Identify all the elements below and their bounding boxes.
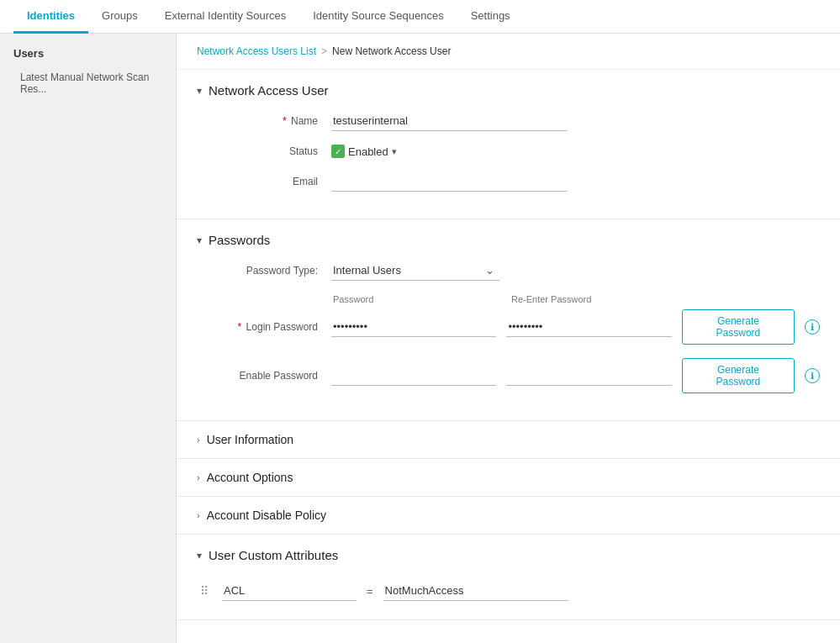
email-label: Email [197,176,331,187]
drag-handle-icon[interactable]: ⠿ [197,584,212,598]
attribute-value-input[interactable] [383,581,568,601]
enable-password-input[interactable] [331,366,496,386]
password-type-select-wrapper: Internal Users [331,261,499,281]
generate-password-btn-enable[interactable]: Generate Password [682,358,795,393]
layout: Users Latest Manual Network Scan Res... … [0,34,840,643]
login-required-marker: * [238,321,242,333]
email-input[interactable] [331,171,567,192]
account-disable-chevron-icon: › [197,510,200,520]
reenter-sub-label: Re-Enter Password [510,294,678,304]
password-sub-labels: Password Re-Enter Password [331,294,820,304]
user-information-section[interactable]: › User Information [177,421,840,459]
breadcrumb-current: New Network Access User [332,45,451,57]
password-sub-label: Password [331,294,499,304]
enable-password-row: Enable Password Generate Password ℹ [197,358,820,393]
sidebar: Users Latest Manual Network Scan Res... [0,34,177,643]
account-disable-policy-title: Account Disable Policy [207,509,326,522]
attribute-name-input[interactable] [222,581,357,601]
login-password-info-icon[interactable]: ℹ [805,319,820,335]
network-access-user-title: Network Access User [209,83,329,98]
account-options-section[interactable]: › Account Options [177,459,840,497]
user-custom-attributes-title: User Custom Attributes [209,548,338,562]
attribute-row: ⠿ = [197,576,820,606]
network-access-user-section: ▾ Network Access User * Name Status ✓ En… [177,70,840,219]
sidebar-item-users[interactable]: Users [0,40,176,66]
login-reenter-input[interactable] [506,317,671,337]
user-information-header: › User Information [197,433,820,446]
password-type-row: Password Type: Internal Users [197,261,820,281]
status-label: Status [197,145,331,157]
tab-external-identity-sources[interactable]: External Identity Sources [151,0,300,34]
user-info-chevron-icon: › [197,435,200,445]
enable-password-info-icon[interactable]: ℹ [805,368,820,383]
enable-password-label: Enable Password [197,370,331,382]
enable-password-fields: Generate Password ℹ [331,358,820,393]
status-checkbox-icon[interactable]: ✓ [331,145,345,158]
status-chevron-icon: ▾ [392,146,397,157]
status-row: Status ✓ Enabled ▾ [197,145,820,158]
main-content: Network Access Users List > New Network … [177,34,840,643]
passwords-section: ▾ Passwords Password Type: Internal User… [177,219,840,421]
login-password-fields: Generate Password ℹ [331,309,820,345]
generate-password-btn-login[interactable]: Generate Password [682,309,795,345]
custom-attr-chevron-icon: ▾ [197,550,202,561]
name-input[interactable] [331,111,567,131]
breadcrumb-separator: > [321,45,327,57]
account-options-title: Account Options [207,471,293,484]
attribute-equals-symbol: = [367,585,373,598]
password-type-select[interactable]: Internal Users [331,261,499,281]
breadcrumb: Network Access Users List > New Network … [177,34,840,70]
tab-groups[interactable]: Groups [88,0,151,34]
status-value: Enabled [348,145,388,158]
sidebar-item-latest-scan[interactable]: Latest Manual Network Scan Res... [0,66,176,100]
login-password-input[interactable] [331,317,496,337]
attributes-table: ⠿ = [197,576,820,606]
login-password-label: * Login Password [197,321,331,333]
account-options-header: › Account Options [197,471,820,484]
name-required-marker: * [283,115,287,127]
name-row: * Name [197,111,820,131]
login-password-row: * Login Password Generate Password ℹ [197,309,820,345]
account-disable-policy-header: › Account Disable Policy [197,509,820,522]
breadcrumb-link[interactable]: Network Access Users List [197,45,316,57]
password-type-label: Password Type: [197,265,331,277]
passwords-header[interactable]: ▾ Passwords [197,233,820,247]
email-row: Email [197,171,820,192]
status-control[interactable]: ✓ Enabled ▾ [331,145,397,158]
account-options-chevron-icon: › [197,472,200,482]
tab-identity-source-sequences[interactable]: Identity Source Sequences [299,0,457,34]
user-information-title: User Information [207,433,293,446]
tab-settings[interactable]: Settings [457,0,524,34]
enable-reenter-input[interactable] [506,366,671,386]
tab-identities[interactable]: Identities [13,0,88,34]
network-access-user-header[interactable]: ▾ Network Access User [197,83,820,98]
top-nav: Identities Groups External Identity Sour… [0,0,840,34]
passwords-title: Passwords [209,233,270,247]
chevron-down-icon: ▾ [197,85,202,97]
user-custom-attributes-section: ▾ User Custom Attributes ⠿ = [177,535,840,620]
account-disable-policy-section[interactable]: › Account Disable Policy [177,497,840,535]
passwords-chevron-icon: ▾ [197,235,202,246]
user-custom-attributes-header[interactable]: ▾ User Custom Attributes [197,548,820,562]
name-label: * Name [197,115,331,127]
